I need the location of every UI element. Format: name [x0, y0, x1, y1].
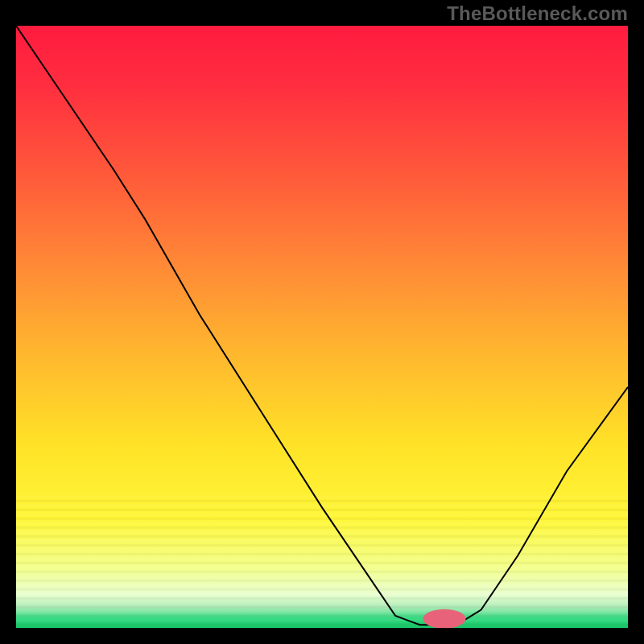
svg-rect-10	[16, 539, 628, 542]
svg-rect-13	[16, 553, 628, 555]
svg-rect-23	[16, 597, 628, 600]
svg-rect-3	[16, 509, 628, 511]
svg-rect-24	[16, 601, 628, 604]
svg-rect-16	[16, 566, 628, 568]
svg-rect-8	[16, 530, 628, 533]
svg-rect-17	[16, 571, 628, 573]
svg-rect-14	[16, 557, 628, 559]
svg-rect-26	[16, 610, 628, 613]
svg-rect-29	[16, 624, 628, 626]
svg-rect-22	[16, 592, 628, 595]
svg-rect-4	[16, 513, 628, 515]
svg-rect-0	[16, 495, 628, 497]
target-marker	[423, 609, 465, 628]
svg-rect-18	[16, 575, 628, 577]
svg-rect-11	[16, 544, 628, 547]
svg-rect-19	[16, 580, 628, 582]
plot-area	[16, 26, 628, 628]
chart-frame: TheBottleneck.com	[0, 0, 644, 644]
watermark-text: TheBottleneck.com	[447, 2, 628, 25]
svg-rect-28	[16, 619, 628, 621]
svg-rect-20	[16, 584, 628, 586]
svg-rect-15	[16, 562, 628, 564]
svg-rect-1	[16, 500, 628, 502]
svg-rect-7	[16, 526, 628, 529]
svg-rect-21	[16, 588, 628, 591]
svg-rect-25	[16, 606, 628, 609]
svg-rect-5	[16, 518, 628, 520]
svg-rect-27	[16, 615, 628, 617]
bottleneck-chart	[16, 26, 628, 628]
svg-rect-12	[16, 548, 628, 551]
svg-rect-9	[16, 535, 628, 538]
